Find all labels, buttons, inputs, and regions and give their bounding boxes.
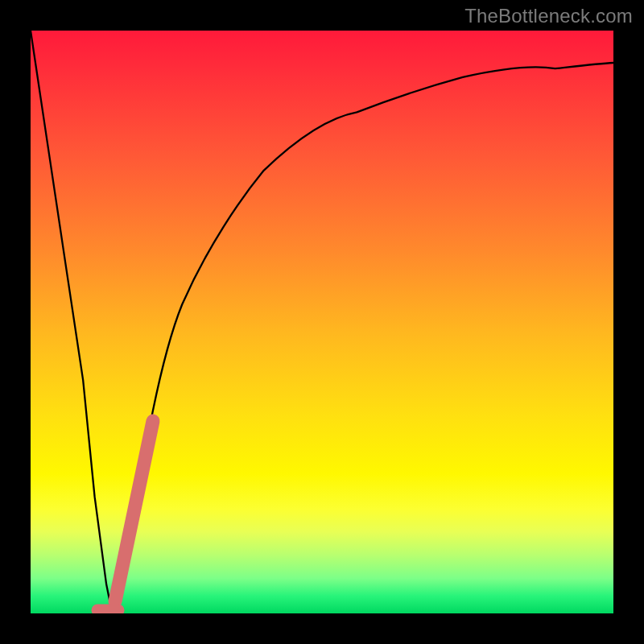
attribution-label: TheBottleneck.com [464, 5, 633, 27]
plot-area [31, 31, 613, 613]
chart-frame: TheBottleneck.com [0, 0, 644, 644]
curve-overlay [31, 31, 613, 613]
highlight-segment [115, 421, 153, 601]
bottleneck-curve [31, 31, 613, 613]
